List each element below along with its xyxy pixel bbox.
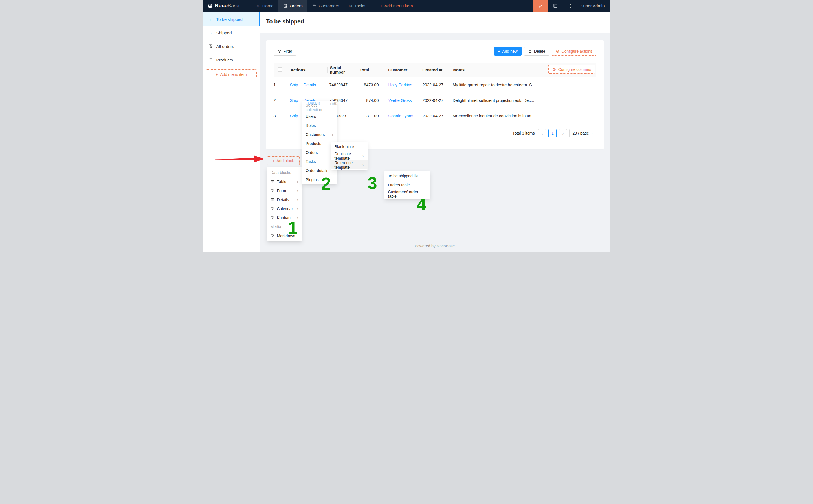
grid-icon	[271, 180, 274, 184]
chevron-left-icon: ‹	[541, 131, 543, 136]
menu-item-label: Blank block	[335, 144, 355, 149]
menu-item-reference-template[interactable]: Reference template›	[331, 160, 368, 169]
menu-item-orders-table[interactable]: Orders table	[384, 181, 430, 190]
menu-item-to-be-shipped-list[interactable]: To be shipped list	[384, 171, 430, 181]
created-at-cell: 2022-04-27	[418, 108, 453, 124]
menu-item-users[interactable]: Users	[302, 112, 337, 121]
nav-item-tasks[interactable]: ☑ Tasks	[344, 0, 370, 12]
unordered-list-icon	[208, 58, 213, 62]
menu-item-blank-block[interactable]: Blank block	[331, 142, 368, 151]
menu-item-label: Calendar	[277, 206, 293, 211]
menu-item-kanban[interactable]: Kanban ›	[267, 213, 302, 222]
menu-item-markdown[interactable]: Markdown	[267, 231, 302, 240]
nav-item-customers[interactable]: Customers	[307, 0, 344, 12]
chevron-right-icon: ›	[297, 207, 298, 211]
menu-item-label: Customers' order table	[388, 190, 427, 199]
notes-cell: Delightful met sufficient projection ask…	[453, 93, 596, 108]
edit-icon	[271, 189, 274, 193]
chevron-right-icon: ›	[297, 180, 298, 184]
menu-item-label: Orders table	[388, 183, 410, 187]
page-title: To be shipped	[266, 18, 610, 25]
menu-item-label: Tasks	[306, 159, 316, 164]
chevron-down-icon: ›	[590, 133, 595, 134]
row-index: 1	[274, 77, 290, 93]
logo-text-noco: Noco	[215, 3, 228, 8]
sidebar-item-products[interactable]: Products	[203, 53, 260, 67]
more-options-button[interactable]: ⋮	[563, 0, 578, 12]
plugin-settings-button[interactable]	[548, 0, 563, 12]
top-navbar: NocoBase ☺ Home Orders	[203, 0, 610, 12]
nav-item-orders[interactable]: Orders	[278, 0, 307, 12]
menu-item-customers-order-table[interactable]: Customers' order table	[384, 190, 430, 199]
sidebar-item-to-be-shipped[interactable]: ↑ To be shipped	[203, 12, 260, 26]
customer-link[interactable]: Holly Perkins	[388, 83, 412, 87]
edit-icon	[271, 234, 274, 238]
menu-item-label: Orders	[306, 150, 318, 155]
file-check-icon	[208, 44, 213, 49]
user-menu[interactable]: Super Admin	[578, 0, 610, 12]
nav-item-label: Customers	[319, 3, 339, 8]
pagination-total: Total 3 items	[513, 131, 535, 135]
table-row[interactable]: 1 ShipDetails 74829847 8473.00 Holly Per…	[274, 77, 596, 93]
details-action-link[interactable]: Details	[304, 83, 316, 87]
column-header-customer: Customer	[379, 63, 418, 77]
sidebar-add-menu-item-button[interactable]: + Add menu item	[206, 69, 257, 79]
logo-text-base: Base	[228, 3, 239, 8]
add-new-button[interactable]: + Add new	[494, 47, 522, 56]
menu-item-plugins[interactable]: Plugins	[302, 175, 337, 184]
menu-item-label: Roles	[306, 123, 316, 128]
total-cell: 874.00	[359, 93, 379, 108]
add-new-label: Add new	[502, 49, 517, 54]
gear-icon: ⚙	[556, 49, 559, 53]
menu-item-details[interactable]: Details ›	[267, 195, 302, 204]
filter-button[interactable]: Filter	[274, 47, 296, 56]
nav-add-menu-item-button[interactable]: + Add menu item	[376, 2, 417, 10]
nav-item-label: Orders	[290, 3, 303, 8]
add-block-button[interactable]: + Add block	[267, 156, 300, 165]
ship-action-link[interactable]: Ship	[290, 98, 298, 103]
plus-icon: +	[272, 159, 274, 163]
sidebar-item-shipped[interactable]: → Shipped	[203, 26, 260, 39]
page-size-select[interactable]: 20 / page ›	[569, 129, 596, 137]
menu-item-label: Users	[306, 114, 316, 119]
sidebar-item-all-orders[interactable]: All orders	[203, 39, 260, 53]
delete-button[interactable]: Delete	[524, 47, 549, 56]
notes-cell: Mr excellence inquietude conviction is i…	[453, 108, 596, 124]
menu-item-label: Duplicate template	[335, 151, 363, 160]
menu-item-form[interactable]: Form ›	[267, 186, 302, 195]
menu-item-label: Details	[277, 197, 289, 202]
menu-item-table[interactable]: Table ›	[267, 177, 302, 186]
ship-action-link[interactable]: Ship	[290, 114, 298, 118]
menu-item-duplicate-template[interactable]: Duplicate template›	[331, 151, 368, 160]
plus-icon: +	[498, 49, 500, 54]
customer-link[interactable]: Connie Lyons	[388, 114, 413, 118]
plus-icon: +	[380, 3, 383, 8]
next-page-button[interactable]: ›	[559, 129, 567, 137]
edit-icon	[271, 216, 274, 220]
nav-item-home[interactable]: ☺ Home	[251, 0, 278, 12]
menu-item-calendar[interactable]: Calendar ›	[267, 204, 302, 213]
configure-actions-button[interactable]: ⚙ Configure actions	[552, 47, 596, 56]
ui-editor-button[interactable]	[533, 0, 548, 12]
configure-columns-button[interactable]: ⚙ Configure columns	[548, 65, 595, 74]
select-all-checkbox[interactable]	[278, 67, 282, 72]
menu-item-roles[interactable]: Roles	[302, 121, 337, 130]
column-header-notes: Notes	[453, 63, 526, 77]
ship-action-link[interactable]: Ship	[290, 83, 298, 87]
menu-section-header: Data blocks	[267, 168, 302, 177]
prev-page-button[interactable]: ‹	[538, 129, 546, 137]
nocobase-logo[interactable]: NocoBase	[203, 0, 244, 12]
sidebar-item-label: To be shipped	[216, 17, 243, 22]
navbar-right-cluster: ⋮ Super Admin	[533, 0, 610, 12]
customer-link[interactable]: Yvette Gross	[388, 98, 412, 103]
menu-item-label: Kanban	[277, 215, 291, 220]
chevron-right-icon: ›	[297, 198, 298, 202]
nav-item-label: Tasks	[355, 3, 365, 8]
menu-item-customers[interactable]: Customers›	[302, 130, 337, 139]
plus-icon: +	[216, 72, 218, 77]
chevron-right-icon: ›	[362, 163, 364, 167]
add-block-menu: Data blocks Table › Form › Details › Cal…	[267, 167, 302, 241]
chevron-right-icon: ›	[332, 133, 333, 137]
current-page-button[interactable]: 1	[548, 129, 557, 137]
chevron-right-icon: ›	[297, 189, 298, 193]
